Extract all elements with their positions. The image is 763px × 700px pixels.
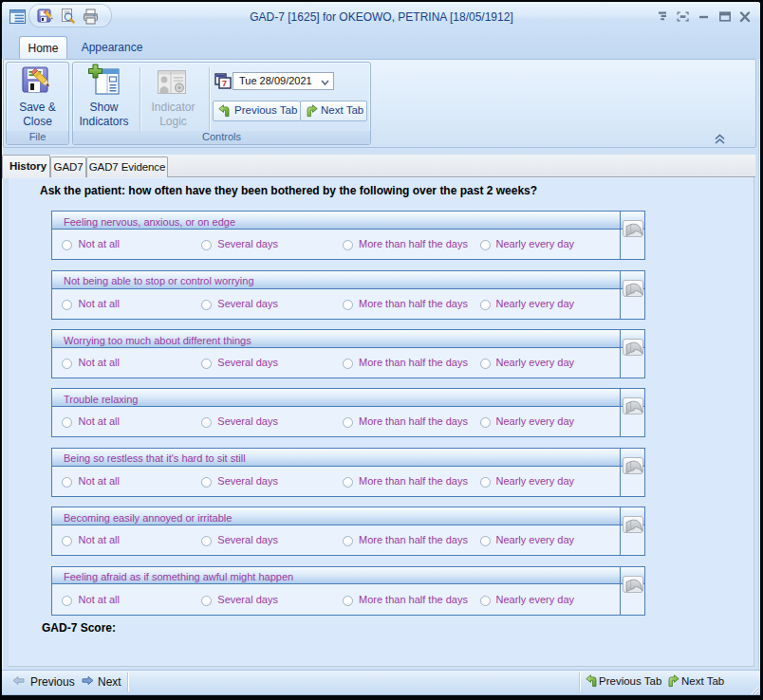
svg-text:7: 7 — [222, 79, 227, 88]
